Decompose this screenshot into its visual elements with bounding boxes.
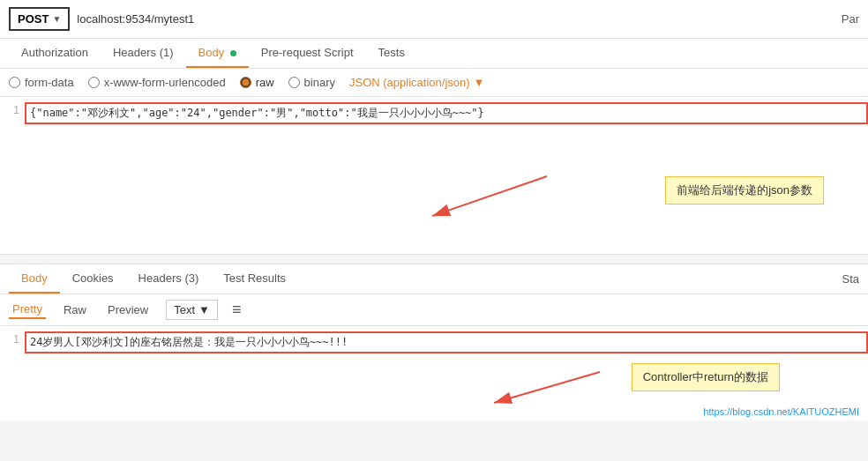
text-dropdown-arrow: ▼: [198, 303, 210, 316]
resp-tab-headers[interactable]: Headers (3): [126, 264, 212, 294]
response-body-content: 24岁男人[邓沙利文]的座右铭居然是：我是一只小小小小鸟~~~!!!: [25, 331, 868, 353]
resp-headers-count: (3): [184, 271, 198, 285]
svg-line-3: [494, 372, 600, 403]
line-number-1: 1: [0, 102, 25, 118]
response-output-area: 1 24岁男人[邓沙利文]的座右铭居然是：我是一只小小小小鸟~~~!!! Con…: [0, 326, 868, 420]
response-output: 1 24岁男人[邓沙利文]的座右铭居然是：我是一只小小小小鸟~~~!!!: [0, 326, 868, 359]
option-urlencoded[interactable]: x-www-form-urlencoded: [88, 76, 226, 89]
url-input[interactable]: [77, 12, 834, 26]
resp-tab-body[interactable]: Body: [9, 264, 60, 294]
request-body-content[interactable]: {"name":"邓沙利文","age":"24","gender":"男","…: [25, 102, 868, 124]
view-preview[interactable]: Preview: [104, 301, 152, 318]
method-button[interactable]: POST ▼: [9, 7, 70, 31]
upper-annotation-box: 前端给后端传递的json参数: [665, 176, 824, 204]
response-section: Body Cookies Headers (3) Test Results St…: [0, 264, 868, 420]
wrap-icon[interactable]: ≡: [232, 301, 242, 319]
request-tabs: Authorization Headers (1) Body Pre-reque…: [0, 39, 868, 69]
code-line-1: 1 {"name":"邓沙利文","age":"24","gender":"男"…: [0, 102, 868, 124]
text-dropdown-label: Text: [174, 303, 195, 316]
url-bar: POST ▼ Par: [0, 0, 868, 39]
tab-body[interactable]: Body: [186, 39, 249, 68]
method-label: POST: [18, 12, 49, 26]
option-raw[interactable]: raw: [240, 76, 274, 89]
sta-label: Sta: [842, 265, 859, 293]
tab-headers[interactable]: Headers (1): [101, 39, 186, 68]
option-form-data[interactable]: form-data: [9, 76, 74, 89]
method-dropdown-arrow: ▼: [52, 14, 61, 24]
body-dot: [230, 50, 236, 56]
tab-tests[interactable]: Tests: [366, 39, 417, 68]
resp-tab-cookies[interactable]: Cookies: [60, 264, 126, 294]
request-code-editor[interactable]: 1 {"name":"邓沙利文","age":"24","gender":"男"…: [0, 97, 868, 167]
svg-line-1: [432, 176, 547, 216]
params-label: Par: [842, 12, 859, 26]
lower-annotation-box: Controller中return的数据: [632, 363, 780, 391]
view-raw[interactable]: Raw: [60, 301, 90, 318]
json-dropdown-arrow: ▼: [474, 76, 485, 89]
request-body-area: 1 {"name":"邓沙利文","age":"24","gender":"男"…: [0, 97, 868, 247]
request-section: POST ▼ Par Authorization Headers (1) Bod…: [0, 0, 868, 255]
tab-authorization[interactable]: Authorization: [9, 39, 101, 68]
lower-annotation-area: Controller中return的数据 https://blog.csdn.n…: [0, 359, 868, 420]
response-tabs: Body Cookies Headers (3) Test Results St…: [0, 264, 868, 294]
headers-count: (1): [160, 46, 174, 59]
resp-line-number: 1: [0, 331, 25, 347]
text-dropdown[interactable]: Text ▼: [166, 300, 218, 320]
bottom-link[interactable]: https://blog.csdn.net/KAITUOZHEMI: [703, 406, 859, 417]
body-options: form-data x-www-form-urlencoded raw bina…: [0, 69, 868, 97]
option-binary[interactable]: binary: [288, 76, 335, 89]
response-line-1: 1 24岁男人[邓沙利文]的座右铭居然是：我是一只小小小小鸟~~~!!!: [0, 331, 868, 353]
view-pretty[interactable]: Pretty: [9, 301, 46, 319]
json-type-dropdown[interactable]: JSON (application/json) ▼: [349, 76, 484, 89]
upper-annotation-area: 前端给后端传递的json参数: [0, 167, 868, 247]
response-body-options: Pretty Raw Preview Text ▼ ≡: [0, 294, 868, 326]
resp-tab-test-results[interactable]: Test Results: [211, 264, 298, 294]
tab-prerequest[interactable]: Pre-request Script: [249, 39, 366, 68]
